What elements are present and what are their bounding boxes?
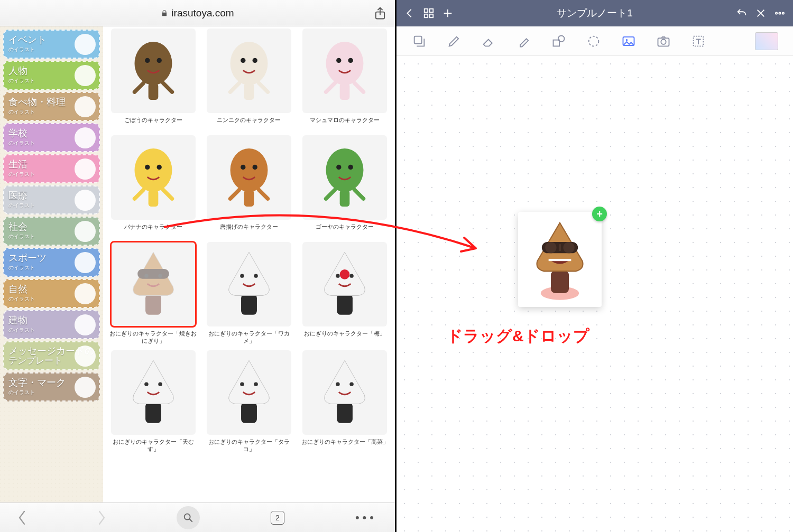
- category-sublabel: のイラスト: [8, 171, 35, 178]
- svg-point-6: [241, 58, 245, 63]
- svg-rect-42: [337, 402, 353, 423]
- gallery-tile[interactable]: ニンニクのキャラクター: [204, 29, 293, 130]
- sidebar-category[interactable]: イベントのイラスト: [3, 30, 100, 59]
- svg-rect-16: [148, 190, 158, 207]
- camera-tool[interactable]: [656, 33, 671, 49]
- page-thumbnail[interactable]: [755, 32, 778, 50]
- category-icon: [75, 252, 96, 273]
- sidebar-category[interactable]: 学校のイラスト: [3, 123, 100, 152]
- forward-button[interactable]: [97, 510, 106, 525]
- search-icon: [182, 512, 194, 524]
- tabs-button[interactable]: 2: [271, 511, 284, 525]
- category-sublabel: のイラスト: [8, 108, 66, 116]
- gallery-tile[interactable]: バナナのキャラクター: [108, 135, 198, 237]
- gallery-caption: おにぎりのキャラクター「焼きおにぎり」: [108, 330, 198, 345]
- onigiri-character-icon: [525, 217, 594, 302]
- svg-point-17: [230, 148, 268, 192]
- svg-point-31: [254, 274, 257, 277]
- gallery-tile[interactable]: ごぼうのキャラクター: [108, 29, 198, 130]
- gallery-thumbnail: [302, 135, 387, 220]
- category-label: 生活: [8, 159, 27, 170]
- svg-rect-63: [551, 270, 569, 293]
- gallery-tile[interactable]: おにぎりのキャラクター「梅」: [300, 242, 390, 345]
- svg-rect-68: [549, 259, 571, 261]
- gallery-thumbnail: [111, 29, 196, 113]
- share-button[interactable]: [373, 6, 388, 21]
- svg-point-58: [626, 39, 628, 41]
- back-icon[interactable]: [404, 7, 416, 19]
- gallery-tile[interactable]: おにぎりのキャラクター「焼きおにぎり」: [108, 242, 198, 345]
- gallery-thumbnail: [302, 242, 387, 326]
- shape-tool[interactable]: [551, 33, 567, 49]
- lasso-tool[interactable]: [586, 33, 602, 49]
- url-display[interactable]: irasutoya.com: [161, 7, 234, 19]
- undo-icon[interactable]: [736, 7, 748, 19]
- highlighter-tool[interactable]: [516, 33, 532, 49]
- gallery-tile[interactable]: おにぎりのキャラクター「ワカメ」: [204, 242, 293, 345]
- gallery-tile[interactable]: マシュマロのキャラクター: [300, 29, 390, 130]
- category-icon: [75, 158, 96, 180]
- sidebar-category[interactable]: 医療のイラスト: [3, 185, 100, 214]
- grid-view-icon[interactable]: [423, 7, 435, 19]
- category-sublabel: のイラスト: [8, 326, 35, 334]
- sidebar-category[interactable]: 自然のイラスト: [3, 279, 100, 308]
- svg-point-40: [240, 382, 244, 386]
- svg-point-34: [350, 274, 354, 277]
- pen-tool[interactable]: [446, 33, 462, 49]
- category-label: 自然: [8, 284, 27, 294]
- note-title: サンプルノート1: [461, 6, 729, 20]
- safari-pane: irasutoya.com イベントのイラスト人物のイラスト食べ物・料理のイラス…: [0, 0, 396, 532]
- more-icon[interactable]: [774, 7, 786, 19]
- svg-point-65: [545, 242, 556, 253]
- sidebar-category[interactable]: 社会のイラスト: [3, 217, 100, 246]
- svg-rect-25: [145, 294, 161, 315]
- svg-point-10: [336, 58, 341, 63]
- illustration-gallery[interactable]: ごぼうのキャラクター ニンニクのキャラクター マシュマロのキャラクター バナナの…: [103, 26, 395, 502]
- sidebar-category[interactable]: 生活のイラスト: [3, 154, 100, 183]
- gallery-tile[interactable]: おにぎりのキャラクター「天むす」: [108, 350, 198, 453]
- drag-drop-annotation: ドラッグ&ドロップ: [447, 325, 589, 347]
- note-toolbar: [396, 26, 793, 56]
- svg-point-30: [240, 274, 244, 277]
- gallery-thumbnail: [207, 350, 291, 435]
- note-app-pane: サンプルノート1: [396, 0, 793, 532]
- more-button[interactable]: •••: [355, 511, 377, 525]
- sidebar-category[interactable]: メッセージカードの テンプレート: [3, 341, 100, 370]
- url-text: irasutoya.com: [171, 7, 234, 19]
- gallery-thumbnail: [111, 350, 196, 435]
- gallery-tile[interactable]: 唐揚げのキャラクター: [204, 135, 293, 237]
- category-sublabel: のイラスト: [8, 389, 66, 396]
- eraser-tool[interactable]: [481, 33, 497, 49]
- image-tool[interactable]: [621, 33, 637, 49]
- category-sublabel: のイラスト: [8, 202, 35, 209]
- svg-point-15: [156, 165, 161, 170]
- note-canvas[interactable]: + ドラッグ&ドロップ: [396, 56, 793, 532]
- lock-icon: [161, 10, 168, 17]
- dropped-image[interactable]: +: [518, 212, 602, 307]
- gallery-tile[interactable]: ゴーヤのキャラクター: [300, 135, 390, 237]
- sidebar-category[interactable]: スポーツのイラスト: [3, 248, 100, 277]
- svg-point-21: [326, 148, 364, 192]
- gallery-caption: おにぎりのキャラクター「高菜」: [301, 438, 389, 452]
- gallery-tile[interactable]: おにぎりのキャラクター「タラコ」: [204, 350, 293, 453]
- category-sublabel: のイラスト: [8, 139, 35, 147]
- search-button[interactable]: [177, 506, 200, 529]
- svg-point-44: [350, 382, 354, 386]
- sidebar-category[interactable]: 建物のイラスト: [3, 310, 100, 339]
- category-sublabel: のイラスト: [8, 233, 35, 240]
- text-tool[interactable]: [690, 33, 706, 49]
- zoom-tool[interactable]: [411, 33, 427, 49]
- svg-rect-24: [340, 190, 350, 207]
- back-button[interactable]: [18, 510, 26, 525]
- gallery-caption: おにぎりのキャラクター「天むす」: [108, 438, 198, 453]
- svg-point-60: [661, 39, 666, 44]
- sidebar-category[interactable]: 人物のイラスト: [3, 61, 100, 90]
- add-page-icon[interactable]: [442, 7, 454, 19]
- category-label: 人物: [8, 66, 27, 76]
- gallery-caption: バナナのキャラクター: [124, 223, 182, 237]
- close-icon[interactable]: [755, 7, 767, 19]
- sidebar-category[interactable]: 食べ物・料理のイラスト: [3, 92, 100, 121]
- gallery-tile[interactable]: おにぎりのキャラクター「高菜」: [300, 350, 390, 453]
- category-label: スポーツ: [8, 253, 47, 263]
- sidebar-category[interactable]: 文字・マークのイラスト: [3, 372, 100, 402]
